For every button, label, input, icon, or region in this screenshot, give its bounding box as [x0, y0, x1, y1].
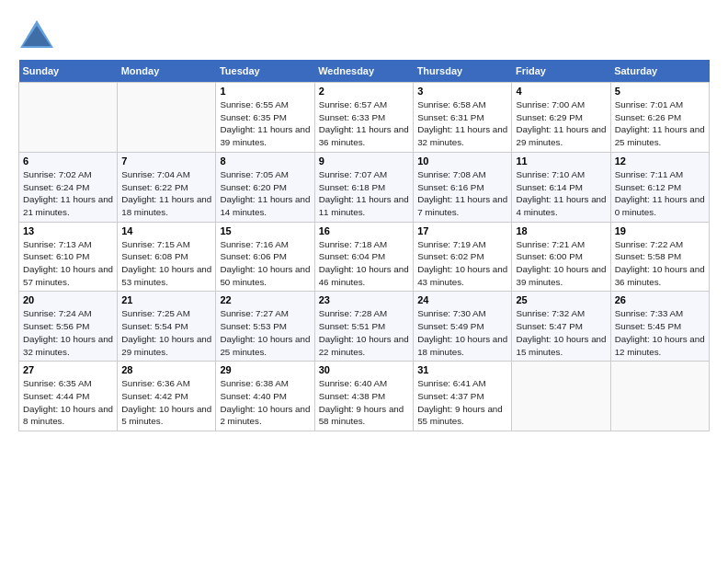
day-info: Sunrise: 7:30 AM Sunset: 5:49 PM Dayligh…	[417, 307, 507, 358]
weekday-friday: Friday	[512, 60, 610, 83]
day-info: Sunrise: 7:18 AM Sunset: 6:04 PM Dayligh…	[319, 238, 409, 289]
day-info: Sunrise: 7:28 AM Sunset: 5:51 PM Dayligh…	[319, 307, 409, 358]
day-number: 8	[220, 155, 310, 167]
day-number: 27	[23, 364, 113, 375]
weekday-sunday: Sunday	[19, 60, 118, 83]
calendar-cell: 5Sunrise: 7:01 AM Sunset: 6:26 PM Daylig…	[610, 83, 709, 153]
day-info: Sunrise: 7:13 AM Sunset: 6:10 PM Dayligh…	[23, 238, 113, 289]
weekday-tuesday: Tuesday	[216, 60, 314, 83]
day-number: 17	[417, 225, 507, 236]
calendar-cell: 15Sunrise: 7:16 AM Sunset: 6:06 PM Dayli…	[216, 222, 314, 292]
day-info: Sunrise: 6:36 AM Sunset: 4:42 PM Dayligh…	[121, 377, 211, 428]
day-number: 7	[121, 155, 211, 167]
day-number: 13	[23, 225, 113, 236]
calendar-cell: 10Sunrise: 7:08 AM Sunset: 6:16 PM Dayli…	[414, 152, 512, 222]
calendar-cell	[610, 362, 709, 431]
day-info: Sunrise: 6:41 AM Sunset: 4:37 PM Dayligh…	[417, 377, 507, 428]
day-number: 9	[319, 155, 409, 167]
calendar-cell: 21Sunrise: 7:25 AM Sunset: 5:54 PM Dayli…	[118, 292, 216, 362]
calendar-cell: 27Sunrise: 6:35 AM Sunset: 4:44 PM Dayli…	[19, 362, 118, 431]
day-number: 28	[121, 364, 211, 375]
week-row-3: 20Sunrise: 7:24 AM Sunset: 5:56 PM Dayli…	[19, 292, 710, 362]
svg-marker-1	[23, 26, 51, 46]
day-number: 14	[121, 225, 211, 236]
calendar-cell: 25Sunrise: 7:32 AM Sunset: 5:47 PM Dayli…	[512, 292, 610, 362]
calendar-cell: 1Sunrise: 6:55 AM Sunset: 6:35 PM Daylig…	[216, 83, 314, 153]
day-number: 22	[220, 294, 310, 305]
day-info: Sunrise: 7:02 AM Sunset: 6:24 PM Dayligh…	[23, 168, 113, 219]
calendar-table: SundayMondayTuesdayWednesdayThursdayFrid…	[18, 60, 710, 431]
calendar-cell: 14Sunrise: 7:15 AM Sunset: 6:08 PM Dayli…	[118, 222, 216, 292]
day-info: Sunrise: 6:55 AM Sunset: 6:35 PM Dayligh…	[220, 98, 310, 149]
calendar-cell: 18Sunrise: 7:21 AM Sunset: 6:00 PM Dayli…	[512, 222, 610, 292]
week-row-0: 1Sunrise: 6:55 AM Sunset: 6:35 PM Daylig…	[19, 83, 710, 153]
day-info: Sunrise: 6:38 AM Sunset: 4:40 PM Dayligh…	[220, 377, 310, 428]
day-number: 29	[220, 364, 310, 375]
calendar-cell: 2Sunrise: 6:57 AM Sunset: 6:33 PM Daylig…	[314, 83, 413, 153]
day-info: Sunrise: 7:33 AM Sunset: 5:45 PM Dayligh…	[615, 307, 705, 358]
day-info: Sunrise: 7:16 AM Sunset: 6:06 PM Dayligh…	[220, 238, 310, 289]
day-number: 16	[319, 225, 409, 236]
day-number: 30	[319, 364, 409, 375]
calendar-cell: 4Sunrise: 7:00 AM Sunset: 6:29 PM Daylig…	[512, 83, 610, 153]
calendar-cell: 28Sunrise: 6:36 AM Sunset: 4:42 PM Dayli…	[118, 362, 216, 431]
calendar-cell: 19Sunrise: 7:22 AM Sunset: 5:58 PM Dayli…	[610, 222, 709, 292]
day-number: 19	[615, 225, 705, 236]
day-number: 4	[516, 86, 606, 97]
calendar-cell: 26Sunrise: 7:33 AM Sunset: 5:45 PM Dayli…	[610, 292, 709, 362]
day-info: Sunrise: 7:21 AM Sunset: 6:00 PM Dayligh…	[516, 238, 606, 289]
weekday-thursday: Thursday	[414, 60, 512, 83]
calendar-cell: 20Sunrise: 7:24 AM Sunset: 5:56 PM Dayli…	[19, 292, 118, 362]
day-info: Sunrise: 7:01 AM Sunset: 6:26 PM Dayligh…	[615, 98, 705, 149]
logo-icon	[18, 18, 55, 51]
calendar-cell: 30Sunrise: 6:40 AM Sunset: 4:38 PM Dayli…	[314, 362, 413, 431]
day-number: 5	[615, 86, 705, 97]
day-number: 25	[516, 294, 606, 305]
day-number: 6	[23, 155, 113, 167]
day-info: Sunrise: 6:35 AM Sunset: 4:44 PM Dayligh…	[23, 377, 113, 428]
day-number: 23	[319, 294, 409, 305]
calendar-cell: 8Sunrise: 7:05 AM Sunset: 6:20 PM Daylig…	[216, 152, 314, 222]
weekday-header-row: SundayMondayTuesdayWednesdayThursdayFrid…	[19, 60, 710, 83]
day-number: 24	[417, 294, 507, 305]
calendar-cell: 17Sunrise: 7:19 AM Sunset: 6:02 PM Dayli…	[414, 222, 512, 292]
week-row-1: 6Sunrise: 7:02 AM Sunset: 6:24 PM Daylig…	[19, 152, 710, 222]
day-info: Sunrise: 7:22 AM Sunset: 5:58 PM Dayligh…	[615, 238, 705, 289]
day-number: 3	[417, 86, 507, 97]
calendar-cell: 11Sunrise: 7:10 AM Sunset: 6:14 PM Dayli…	[512, 152, 610, 222]
day-info: Sunrise: 7:19 AM Sunset: 6:02 PM Dayligh…	[417, 238, 507, 289]
calendar-cell: 12Sunrise: 7:11 AM Sunset: 6:12 PM Dayli…	[610, 152, 709, 222]
week-row-2: 13Sunrise: 7:13 AM Sunset: 6:10 PM Dayli…	[19, 222, 710, 292]
day-info: Sunrise: 7:25 AM Sunset: 5:54 PM Dayligh…	[121, 307, 211, 358]
calendar-cell: 13Sunrise: 7:13 AM Sunset: 6:10 PM Dayli…	[19, 222, 118, 292]
day-info: Sunrise: 7:27 AM Sunset: 5:53 PM Dayligh…	[220, 307, 310, 358]
day-number: 26	[615, 294, 705, 305]
weekday-monday: Monday	[118, 60, 216, 83]
calendar-cell: 24Sunrise: 7:30 AM Sunset: 5:49 PM Dayli…	[414, 292, 512, 362]
day-info: Sunrise: 6:57 AM Sunset: 6:33 PM Dayligh…	[319, 98, 409, 149]
calendar-cell: 9Sunrise: 7:07 AM Sunset: 6:18 PM Daylig…	[314, 152, 413, 222]
calendar-cell: 31Sunrise: 6:41 AM Sunset: 4:37 PM Dayli…	[414, 362, 512, 431]
calendar-cell: 3Sunrise: 6:58 AM Sunset: 6:31 PM Daylig…	[414, 83, 512, 153]
day-info: Sunrise: 7:15 AM Sunset: 6:08 PM Dayligh…	[121, 238, 211, 289]
page-header	[18, 18, 710, 51]
calendar-cell	[19, 83, 118, 153]
day-number: 20	[23, 294, 113, 305]
day-info: Sunrise: 7:05 AM Sunset: 6:20 PM Dayligh…	[220, 168, 310, 219]
day-number: 11	[516, 155, 606, 167]
day-number: 31	[417, 364, 507, 375]
day-number: 12	[615, 155, 705, 167]
week-row-4: 27Sunrise: 6:35 AM Sunset: 4:44 PM Dayli…	[19, 362, 710, 431]
weekday-wednesday: Wednesday	[314, 60, 413, 83]
day-number: 1	[220, 86, 310, 97]
calendar-cell: 7Sunrise: 7:04 AM Sunset: 6:22 PM Daylig…	[118, 152, 216, 222]
calendar-cell	[118, 83, 216, 153]
day-info: Sunrise: 7:11 AM Sunset: 6:12 PM Dayligh…	[615, 168, 705, 219]
weekday-saturday: Saturday	[610, 60, 709, 83]
calendar-cell: 6Sunrise: 7:02 AM Sunset: 6:24 PM Daylig…	[19, 152, 118, 222]
logo	[18, 18, 59, 51]
day-info: Sunrise: 7:32 AM Sunset: 5:47 PM Dayligh…	[516, 307, 606, 358]
day-number: 18	[516, 225, 606, 236]
day-info: Sunrise: 7:04 AM Sunset: 6:22 PM Dayligh…	[121, 168, 211, 219]
day-info: Sunrise: 7:07 AM Sunset: 6:18 PM Dayligh…	[319, 168, 409, 219]
